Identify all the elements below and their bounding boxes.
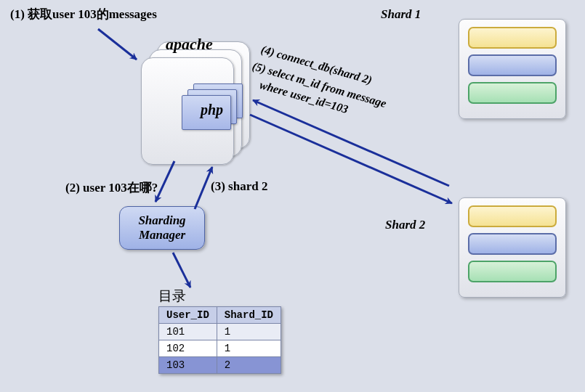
shard-row-icon: [468, 233, 557, 255]
table-header-row: User_ID Shard_ID: [159, 307, 281, 324]
step-3-label: (3) shard 2: [211, 179, 267, 194]
svg-line-4: [250, 115, 452, 203]
svg-line-0: [98, 29, 137, 60]
svg-line-5: [253, 100, 449, 186]
shard-row-icon: [468, 27, 557, 49]
table-row: 1032: [159, 357, 281, 374]
step-2-label: (2) user 103在哪?: [65, 179, 158, 196]
table-cell: 101: [159, 324, 217, 340]
sharding-manager-label: Sharding Manager: [138, 213, 185, 242]
shard-2-label: Shard 2: [385, 218, 425, 232]
table-header: Shard_ID: [217, 307, 281, 324]
table-cell: 1: [217, 340, 281, 357]
table-cell: 102: [159, 340, 217, 357]
svg-line-3: [173, 253, 190, 287]
directory-table-body: 101110211032: [159, 324, 281, 374]
table-cell: 103: [159, 357, 217, 374]
svg-line-1: [156, 161, 174, 202]
step-1-label: (1) 获取user 103的messages: [10, 6, 157, 23]
shard-row-icon: [468, 205, 557, 227]
table-cell: 1: [217, 324, 281, 340]
table-row: 1011: [159, 324, 281, 340]
table-cell: 2: [217, 357, 281, 374]
table-row: 1021: [159, 340, 281, 357]
sharding-manager: Sharding Manager: [119, 206, 205, 250]
shard-2: [459, 197, 566, 298]
shard-row-icon: [468, 54, 557, 76]
directory-table: User_ID Shard_ID 101110211032: [158, 306, 281, 374]
shard-row-icon: [468, 82, 557, 104]
shard-1-label: Shard 1: [381, 7, 421, 22]
php-label: php: [201, 102, 223, 118]
shard-1: [459, 19, 566, 119]
svg-line-2: [195, 167, 212, 209]
apache-label: apache: [166, 35, 213, 54]
table-header: User_ID: [159, 307, 217, 324]
directory-title: 目录: [158, 287, 186, 306]
shard-row-icon: [468, 261, 557, 282]
